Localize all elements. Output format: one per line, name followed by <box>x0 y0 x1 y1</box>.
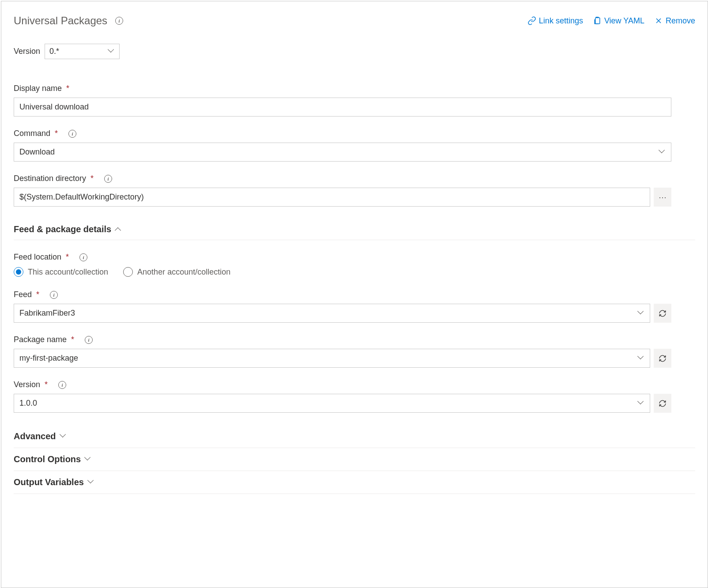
version-label: Version <box>14 47 40 56</box>
package-version-select[interactable]: 1.0.0 <box>14 394 650 413</box>
version-value: 0.* <box>49 47 59 56</box>
info-icon[interactable]: i <box>50 291 58 299</box>
refresh-feed-button[interactable] <box>654 304 671 323</box>
output-variables-section[interactable]: Output Variables <box>14 471 695 494</box>
radio-label: This account/collection <box>28 268 108 277</box>
feed-select[interactable]: FabrikamFiber3 <box>14 304 650 323</box>
command-value: Download <box>19 147 55 157</box>
radio-another-account[interactable]: Another account/collection <box>123 267 230 277</box>
package-version-label: Version* i <box>14 380 695 389</box>
view-yaml-label: View YAML <box>604 16 644 26</box>
package-name-value: my-first-package <box>19 354 78 363</box>
package-version-field: Version* i 1.0.0 <box>14 380 695 413</box>
feed-value: FabrikamFiber3 <box>19 309 75 318</box>
svg-rect-0 <box>595 18 600 23</box>
chevron-down-icon <box>638 355 644 362</box>
link-settings-label: Link settings <box>539 16 583 26</box>
view-yaml-button[interactable]: View YAML <box>593 16 644 26</box>
remove-button[interactable]: Remove <box>654 16 695 26</box>
radio-label: Another account/collection <box>137 268 230 277</box>
feed-location-radio-group: This account/collection Another account/… <box>14 267 695 277</box>
display-name-input[interactable] <box>14 98 671 117</box>
refresh-package-button[interactable] <box>654 349 671 368</box>
task-editor-panel: Universal Packages i Link settings View … <box>1 1 708 588</box>
link-icon <box>527 16 536 25</box>
radio-this-account[interactable]: This account/collection <box>14 267 108 277</box>
required-marker: * <box>71 335 74 344</box>
required-marker: * <box>66 253 69 262</box>
required-marker: * <box>45 380 48 389</box>
command-select[interactable]: Download <box>14 143 671 162</box>
info-icon[interactable]: i <box>58 381 66 389</box>
info-icon[interactable]: i <box>79 253 87 261</box>
feed-label: Feed* i <box>14 290 695 299</box>
refresh-version-button[interactable] <box>654 394 671 413</box>
refresh-icon <box>659 309 667 317</box>
chevron-up-icon <box>116 226 122 233</box>
package-name-label: Package name* i <box>14 335 695 344</box>
package-name-field: Package name* i my-first-package <box>14 335 695 368</box>
chevron-down-icon <box>85 456 91 463</box>
chevron-down-icon <box>638 310 644 317</box>
feed-location-field: Feed location* i This account/collection… <box>14 253 695 277</box>
command-field: Command* i Download <box>14 129 695 162</box>
chevron-down-icon <box>109 49 115 55</box>
package-version-value: 1.0.0 <box>19 399 37 408</box>
refresh-icon <box>659 354 667 362</box>
display-name-label: Display name* <box>14 84 695 93</box>
feed-package-details-section[interactable]: Feed & package details <box>14 219 695 240</box>
required-marker: * <box>66 84 69 93</box>
destination-directory-label: Destination directory* i <box>14 174 695 183</box>
version-row: Version 0.* <box>14 44 695 59</box>
chevron-down-icon <box>60 433 67 440</box>
control-options-section[interactable]: Control Options <box>14 448 695 471</box>
info-icon[interactable]: i <box>85 336 93 344</box>
destination-directory-input[interactable] <box>14 188 650 207</box>
chevron-down-icon <box>659 149 666 155</box>
header-actions: Link settings View YAML Remove <box>527 16 695 26</box>
ellipsis-icon: ⋯ <box>659 192 667 202</box>
info-icon[interactable]: i <box>104 175 112 183</box>
header: Universal Packages i Link settings View … <box>14 15 695 27</box>
version-select[interactable]: 0.* <box>45 44 120 59</box>
link-settings-button[interactable]: Link settings <box>527 16 583 26</box>
required-marker: * <box>36 290 39 299</box>
destination-directory-field: Destination directory* i ⋯ <box>14 174 695 207</box>
chevron-down-icon <box>638 400 644 407</box>
info-icon[interactable]: i <box>115 17 123 25</box>
display-name-field: Display name* <box>14 84 695 117</box>
close-icon <box>654 16 663 25</box>
refresh-icon <box>659 400 667 407</box>
feed-field: Feed* i FabrikamFiber3 <box>14 290 695 323</box>
clipboard-icon <box>593 16 602 25</box>
required-marker: * <box>55 129 58 138</box>
command-label: Command* i <box>14 129 695 138</box>
remove-label: Remove <box>666 16 695 26</box>
page-title: Universal Packages <box>14 15 107 27</box>
required-marker: * <box>90 174 94 183</box>
package-name-select[interactable]: my-first-package <box>14 349 650 368</box>
radio-icon <box>123 267 133 277</box>
browse-button[interactable]: ⋯ <box>654 188 671 207</box>
chevron-down-icon <box>88 479 94 486</box>
title-area: Universal Packages i <box>14 15 123 27</box>
feed-location-label: Feed location* i <box>14 253 695 262</box>
info-icon[interactable]: i <box>68 130 76 138</box>
radio-icon <box>14 267 23 277</box>
advanced-section[interactable]: Advanced <box>14 425 695 448</box>
